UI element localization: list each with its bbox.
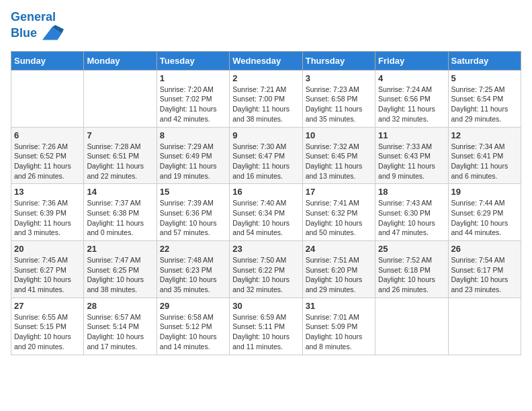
calendar-cell: 11Sunrise: 7:33 AM Sunset: 6:43 PM Dayli…: [375, 127, 448, 184]
day-number: 23: [232, 244, 299, 254]
day-detail: Sunrise: 7:47 AM Sunset: 6:25 PM Dayligh…: [87, 255, 153, 295]
calendar-cell: 5Sunrise: 7:25 AM Sunset: 6:54 PM Daylig…: [448, 70, 521, 127]
logo-text: General: [11, 11, 64, 24]
day-number: 24: [306, 244, 372, 254]
day-detail: Sunrise: 7:23 AM Sunset: 6:58 PM Dayligh…: [306, 85, 372, 124]
day-detail: Sunrise: 7:34 AM Sunset: 6:41 PM Dayligh…: [451, 142, 518, 181]
weekday-header-tuesday: Tuesday: [157, 51, 229, 70]
calendar-cell: 9Sunrise: 7:30 AM Sunset: 6:47 PM Daylig…: [230, 127, 302, 184]
calendar-cell: 20Sunrise: 7:45 AM Sunset: 6:27 PM Dayli…: [11, 241, 84, 298]
day-detail: Sunrise: 7:50 AM Sunset: 6:22 PM Dayligh…: [232, 255, 299, 295]
calendar-cell: 25Sunrise: 7:52 AM Sunset: 6:18 PM Dayli…: [375, 241, 448, 298]
calendar-cell: [375, 298, 448, 355]
day-number: 31: [306, 301, 372, 311]
day-detail: Sunrise: 6:59 AM Sunset: 5:11 PM Dayligh…: [232, 312, 299, 352]
weekday-header-wednesday: Wednesday: [230, 51, 302, 70]
logo: General Blue: [11, 11, 64, 43]
day-number: 7: [87, 130, 153, 140]
day-detail: Sunrise: 7:45 AM Sunset: 6:27 PM Dayligh…: [14, 255, 81, 295]
calendar-cell: 19Sunrise: 7:44 AM Sunset: 6:29 PM Dayli…: [448, 184, 521, 241]
day-detail: Sunrise: 7:37 AM Sunset: 6:38 PM Dayligh…: [87, 198, 153, 238]
calendar-cell: 3Sunrise: 7:23 AM Sunset: 6:58 PM Daylig…: [302, 70, 375, 127]
day-detail: Sunrise: 7:52 AM Sunset: 6:18 PM Dayligh…: [378, 255, 445, 295]
calendar-cell: 17Sunrise: 7:41 AM Sunset: 6:32 PM Dayli…: [302, 184, 375, 241]
day-detail: Sunrise: 7:41 AM Sunset: 6:32 PM Dayligh…: [306, 198, 372, 238]
day-detail: Sunrise: 7:21 AM Sunset: 7:00 PM Dayligh…: [232, 85, 299, 124]
calendar-cell: 6Sunrise: 7:26 AM Sunset: 6:52 PM Daylig…: [11, 127, 84, 184]
calendar-cell: 8Sunrise: 7:29 AM Sunset: 6:49 PM Daylig…: [157, 127, 229, 184]
day-detail: Sunrise: 7:51 AM Sunset: 6:20 PM Dayligh…: [306, 255, 372, 295]
day-number: 11: [378, 130, 445, 140]
day-number: 22: [160, 244, 226, 254]
calendar-cell: [84, 70, 157, 127]
day-number: 3: [306, 73, 372, 83]
calendar-week-1: 1Sunrise: 7:20 AM Sunset: 7:02 PM Daylig…: [11, 70, 521, 127]
day-number: 17: [306, 187, 372, 197]
weekday-header-monday: Monday: [84, 51, 157, 70]
day-number: 6: [14, 130, 81, 140]
calendar-cell: 16Sunrise: 7:40 AM Sunset: 6:34 PM Dayli…: [230, 184, 302, 241]
day-number: 30: [232, 301, 299, 311]
page-header: General Blue: [11, 11, 521, 43]
calendar-cell: 21Sunrise: 7:47 AM Sunset: 6:25 PM Dayli…: [84, 241, 157, 298]
calendar-cell: 4Sunrise: 7:24 AM Sunset: 6:56 PM Daylig…: [375, 70, 448, 127]
calendar-cell: 30Sunrise: 6:59 AM Sunset: 5:11 PM Dayli…: [230, 298, 302, 355]
weekday-header-saturday: Saturday: [448, 51, 521, 70]
day-number: 16: [232, 187, 299, 197]
logo-text2: Blue: [11, 24, 64, 43]
day-number: 28: [87, 301, 153, 311]
calendar-cell: 7Sunrise: 7:28 AM Sunset: 6:51 PM Daylig…: [84, 127, 157, 184]
calendar-cell: 13Sunrise: 7:36 AM Sunset: 6:39 PM Dayli…: [11, 184, 84, 241]
weekday-header-row: SundayMondayTuesdayWednesdayThursdayFrid…: [11, 51, 521, 70]
day-number: 2: [232, 73, 299, 83]
calendar-cell: 28Sunrise: 6:57 AM Sunset: 5:14 PM Dayli…: [84, 298, 157, 355]
day-number: 12: [451, 130, 518, 140]
calendar-cell: 29Sunrise: 6:58 AM Sunset: 5:12 PM Dayli…: [157, 298, 229, 355]
day-detail: Sunrise: 7:29 AM Sunset: 6:49 PM Dayligh…: [160, 142, 226, 181]
calendar-cell: 1Sunrise: 7:20 AM Sunset: 7:02 PM Daylig…: [157, 70, 229, 127]
day-detail: Sunrise: 6:58 AM Sunset: 5:12 PM Dayligh…: [160, 312, 226, 352]
day-number: 4: [378, 73, 445, 83]
calendar-cell: 22Sunrise: 7:48 AM Sunset: 6:23 PM Dayli…: [157, 241, 229, 298]
day-number: 10: [306, 130, 372, 140]
day-number: 20: [14, 244, 81, 254]
calendar-week-4: 20Sunrise: 7:45 AM Sunset: 6:27 PM Dayli…: [11, 241, 521, 298]
calendar-cell: 26Sunrise: 7:54 AM Sunset: 6:17 PM Dayli…: [448, 241, 521, 298]
day-detail: Sunrise: 7:36 AM Sunset: 6:39 PM Dayligh…: [14, 198, 81, 238]
day-number: 15: [160, 187, 226, 197]
day-detail: Sunrise: 6:57 AM Sunset: 5:14 PM Dayligh…: [87, 312, 153, 352]
day-detail: Sunrise: 7:24 AM Sunset: 6:56 PM Dayligh…: [378, 85, 445, 124]
calendar-cell: [11, 70, 84, 127]
day-number: 26: [451, 244, 518, 254]
calendar-week-5: 27Sunrise: 6:55 AM Sunset: 5:15 PM Dayli…: [11, 298, 521, 355]
calendar-table: SundayMondayTuesdayWednesdayThursdayFrid…: [11, 51, 521, 355]
calendar-cell: [448, 298, 521, 355]
day-detail: Sunrise: 7:20 AM Sunset: 7:02 PM Dayligh…: [160, 85, 226, 124]
day-number: 19: [451, 187, 518, 197]
day-detail: Sunrise: 6:55 AM Sunset: 5:15 PM Dayligh…: [14, 312, 81, 352]
calendar-cell: 18Sunrise: 7:43 AM Sunset: 6:30 PM Dayli…: [375, 184, 448, 241]
day-number: 5: [451, 73, 518, 83]
day-detail: Sunrise: 7:28 AM Sunset: 6:51 PM Dayligh…: [87, 142, 153, 181]
day-detail: Sunrise: 7:01 AM Sunset: 5:09 PM Dayligh…: [306, 312, 372, 352]
calendar-cell: 24Sunrise: 7:51 AM Sunset: 6:20 PM Dayli…: [302, 241, 375, 298]
calendar-cell: 23Sunrise: 7:50 AM Sunset: 6:22 PM Dayli…: [230, 241, 302, 298]
day-number: 18: [378, 187, 445, 197]
day-number: 8: [160, 130, 226, 140]
calendar-week-3: 13Sunrise: 7:36 AM Sunset: 6:39 PM Dayli…: [11, 184, 521, 241]
calendar-cell: 12Sunrise: 7:34 AM Sunset: 6:41 PM Dayli…: [448, 127, 521, 184]
calendar-cell: 2Sunrise: 7:21 AM Sunset: 7:00 PM Daylig…: [230, 70, 302, 127]
day-detail: Sunrise: 7:39 AM Sunset: 6:36 PM Dayligh…: [160, 198, 226, 238]
day-detail: Sunrise: 7:44 AM Sunset: 6:29 PM Dayligh…: [451, 198, 518, 238]
day-detail: Sunrise: 7:25 AM Sunset: 6:54 PM Dayligh…: [451, 85, 518, 124]
weekday-header-friday: Friday: [375, 51, 448, 70]
calendar-week-2: 6Sunrise: 7:26 AM Sunset: 6:52 PM Daylig…: [11, 127, 521, 184]
day-number: 27: [14, 301, 81, 311]
calendar-cell: 14Sunrise: 7:37 AM Sunset: 6:38 PM Dayli…: [84, 184, 157, 241]
weekday-header-thursday: Thursday: [302, 51, 375, 70]
day-number: 21: [87, 244, 153, 254]
day-detail: Sunrise: 7:54 AM Sunset: 6:17 PM Dayligh…: [451, 255, 518, 295]
day-detail: Sunrise: 7:30 AM Sunset: 6:47 PM Dayligh…: [232, 142, 299, 181]
day-number: 1: [160, 73, 226, 83]
day-detail: Sunrise: 7:48 AM Sunset: 6:23 PM Dayligh…: [160, 255, 226, 295]
